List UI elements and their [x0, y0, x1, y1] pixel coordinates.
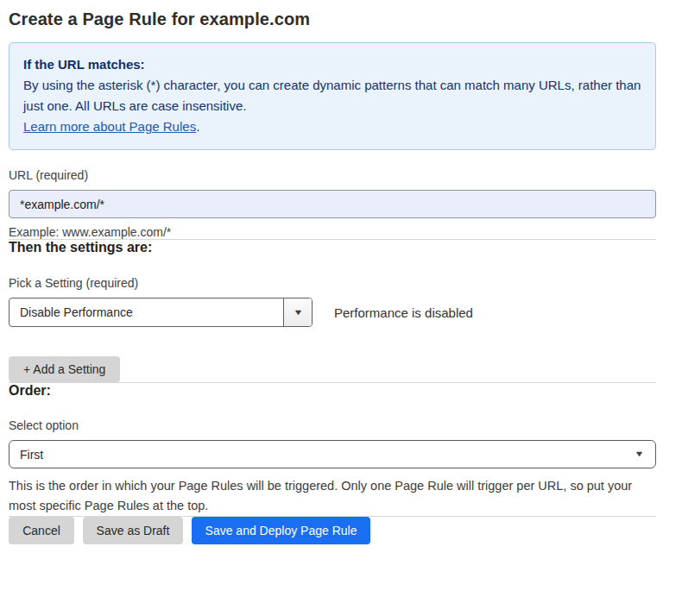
- cancel-button[interactable]: Cancel: [9, 517, 74, 544]
- setting-status-text: Performance is disabled: [334, 305, 473, 320]
- setting-select[interactable]: Disable Performance ▼: [9, 298, 313, 327]
- order-select-label: Select option: [9, 418, 656, 432]
- order-select[interactable]: First ▼: [9, 440, 656, 468]
- footer-actions: Cancel Save as Draft Save and Deploy Pag…: [9, 517, 656, 544]
- setting-select-arrow-button[interactable]: ▼: [283, 299, 312, 326]
- url-input[interactable]: [9, 190, 656, 218]
- url-example-hint: Example: www.example.com/*: [9, 225, 656, 239]
- url-field-label: URL (required): [9, 168, 656, 182]
- setting-row: Disable Performance ▼ Performance is dis…: [9, 298, 656, 327]
- setting-select-value: Disable Performance: [9, 299, 283, 326]
- order-section-heading: Order:: [9, 383, 656, 399]
- save-as-draft-button[interactable]: Save as Draft: [83, 517, 183, 544]
- url-matches-info-box: If the URL matches: By using the asteris…: [9, 42, 656, 150]
- caret-down-icon: ▼: [293, 309, 303, 317]
- info-box-heading: If the URL matches:: [23, 54, 641, 75]
- caret-down-icon: ▼: [634, 450, 644, 458]
- pick-setting-label: Pick a Setting (required): [9, 276, 656, 290]
- save-and-deploy-button[interactable]: Save and Deploy Page Rule: [192, 517, 370, 544]
- settings-section-heading: Then the settings are:: [9, 240, 656, 255]
- create-page-rule-form: Create a Page Rule for example.com If th…: [0, 0, 682, 544]
- info-box-body: By using the asterisk (*) character, you…: [23, 75, 641, 116]
- order-select-value: First: [20, 448, 43, 462]
- page-title: Create a Page Rule for example.com: [9, 9, 656, 29]
- order-help-text: This is the order in which your Page Rul…: [9, 476, 656, 516]
- add-setting-button[interactable]: + Add a Setting: [9, 356, 120, 382]
- learn-more-link[interactable]: Learn more about Page Rules: [23, 119, 196, 134]
- link-period: .: [196, 119, 199, 134]
- info-box-link-line: Learn more about Page Rules.: [23, 116, 641, 137]
